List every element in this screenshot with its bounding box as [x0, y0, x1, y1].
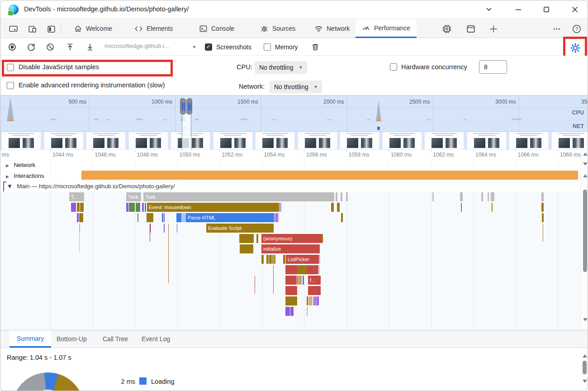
flame-block[interactable]: [272, 255, 274, 264]
flame-block[interactable]: [162, 213, 163, 222]
filmstrip-frame[interactable]: [424, 132, 464, 150]
interaction-bar[interactable]: [81, 171, 578, 180]
filmstrip-frame[interactable]: [551, 132, 588, 150]
flame-block[interactable]: [341, 192, 342, 201]
memory-checkbox[interactable]: [264, 43, 271, 51]
tab-welcome[interactable]: Welcome: [67, 19, 119, 38]
flame-block-f[interactable]: f...: [308, 276, 321, 285]
flame-block[interactable]: [303, 276, 304, 285]
flame-block[interactable]: [297, 265, 307, 274]
hardware-concurrency-input[interactable]: 8: [479, 60, 507, 74]
track-main-header[interactable]: ▼ Main — https://microsoftedge.github.io…: [0, 181, 581, 191]
flame-block[interactable]: [337, 203, 340, 212]
flame-block[interactable]: [129, 203, 135, 212]
filmstrip-frame[interactable]: [86, 132, 126, 150]
flame-block[interactable]: [147, 213, 153, 222]
trash-icon[interactable]: [310, 42, 321, 52]
hardware-concurrency-checkbox[interactable]: [390, 63, 397, 71]
track-interactions-expander[interactable]: ▶ Interactions: [6, 172, 44, 180]
tab-network[interactable]: Network: [308, 19, 356, 38]
filmstrip-frame[interactable]: [255, 132, 295, 150]
flame-block[interactable]: [319, 265, 320, 274]
flame-block[interactable]: [274, 255, 275, 264]
summary-scroll-up-icon[interactable]: [583, 354, 587, 358]
history-dropdown[interactable]: microsoftedge.github.i...: [104, 43, 182, 49]
device-emulation-icon[interactable]: [27, 24, 38, 34]
flame-block[interactable]: [285, 286, 297, 295]
flame-block[interactable]: [136, 203, 140, 212]
filmstrip-frame[interactable]: [298, 132, 337, 150]
flame-block[interactable]: [285, 307, 290, 316]
summary-scroll-down-icon[interactable]: [583, 380, 587, 383]
flame-block[interactable]: [290, 307, 294, 316]
flame-block[interactable]: [315, 296, 317, 305]
flame-block[interactable]: [145, 203, 146, 212]
flame-block[interactable]: [297, 276, 298, 285]
flame-block[interactable]: [256, 234, 258, 243]
flame-block[interactable]: [126, 203, 128, 212]
filmstrip-frame[interactable]: [467, 132, 507, 150]
flame-block[interactable]: [461, 203, 462, 212]
scroll-up-icon[interactable]: [583, 153, 588, 156]
flame-block[interactable]: [432, 192, 434, 201]
chart-scrollbar[interactable]: [581, 150, 588, 330]
flame-block[interactable]: [460, 192, 463, 201]
flame-block[interactable]: [77, 213, 79, 222]
flame-block[interactable]: [488, 192, 489, 201]
flame-block[interactable]: [80, 203, 84, 212]
flame-block[interactable]: [541, 192, 544, 201]
flame-block[interactable]: [280, 203, 280, 212]
flame-block[interactable]: [176, 213, 181, 222]
flame-block[interactable]: [492, 203, 493, 212]
screenshots-checkbox[interactable]: ✓: [205, 43, 212, 51]
tab-sources[interactable]: Sources: [254, 19, 302, 38]
cpu-chip-icon[interactable]: [441, 24, 452, 34]
flame-block[interactable]: [240, 244, 253, 253]
flame-block-evaluate-script[interactable]: Evaluate Script: [206, 224, 274, 233]
tab-elements[interactable]: Elements: [128, 19, 179, 38]
flame-block[interactable]: [307, 307, 308, 316]
summary-scroll-thumb[interactable]: [583, 361, 587, 374]
filmstrip-frame[interactable]: [128, 132, 168, 150]
flame-block[interactable]: [266, 255, 269, 264]
flame-block[interactable]: [322, 234, 323, 243]
load-profile-icon[interactable]: [65, 42, 76, 52]
flame-scroll-up-icon[interactable]: [583, 174, 588, 177]
flame-block-listpicker[interactable]: ListPicker: [286, 255, 319, 264]
tab-console[interactable]: Console: [193, 19, 241, 38]
tab-bottom-up[interactable]: Bottom-Up: [49, 330, 94, 348]
flame-block[interactable]: [346, 192, 348, 201]
filmstrip-frame[interactable]: [382, 132, 422, 150]
flame-block-initialize[interactable]: initialize: [261, 244, 320, 253]
flame-block[interactable]: [164, 213, 165, 222]
flame-scroll-thumb[interactable]: [583, 190, 587, 272]
filmstrip-frame[interactable]: [1, 132, 41, 150]
flame-block[interactable]: [317, 296, 319, 305]
tab-performance[interactable]: Performance: [356, 19, 417, 38]
help-icon[interactable]: ?: [571, 24, 582, 34]
inspect-element-icon[interactable]: [8, 24, 19, 34]
flame-block[interactable]: [278, 213, 279, 222]
flame-block[interactable]: [77, 203, 80, 212]
maximize-button[interactable]: [540, 3, 553, 16]
flame-block[interactable]: [308, 286, 321, 295]
track-network-expander[interactable]: ▶ Network: [6, 161, 35, 169]
filmstrip-frame[interactable]: [340, 132, 379, 150]
flame-block[interactable]: [142, 203, 144, 212]
close-button[interactable]: [568, 3, 582, 16]
flame-block[interactable]: [239, 234, 254, 243]
flame-block-task[interactable]: Task: [143, 192, 334, 201]
flame-block-anonymous[interactable]: (anonymous): [261, 234, 322, 243]
flame-block[interactable]: [176, 224, 178, 233]
scroll-down-icon[interactable]: [583, 162, 588, 166]
tab-call-tree[interactable]: Call Tree: [95, 330, 135, 348]
timeline-overview[interactable]: 500 ms1000 ms1500 ms2000 ms2500 ms3000 m…: [0, 95, 588, 150]
flame-block[interactable]: [164, 224, 165, 233]
flame-block[interactable]: [481, 192, 483, 201]
add-panel-icon[interactable]: [488, 24, 499, 34]
flame-block-t[interactable]: T...: [69, 192, 84, 201]
filmstrip-frame[interactable]: [44, 132, 84, 150]
flame-block-task[interactable]: Task: [126, 192, 141, 201]
flame-block[interactable]: [331, 203, 334, 212]
minimize-button[interactable]: [512, 3, 525, 16]
